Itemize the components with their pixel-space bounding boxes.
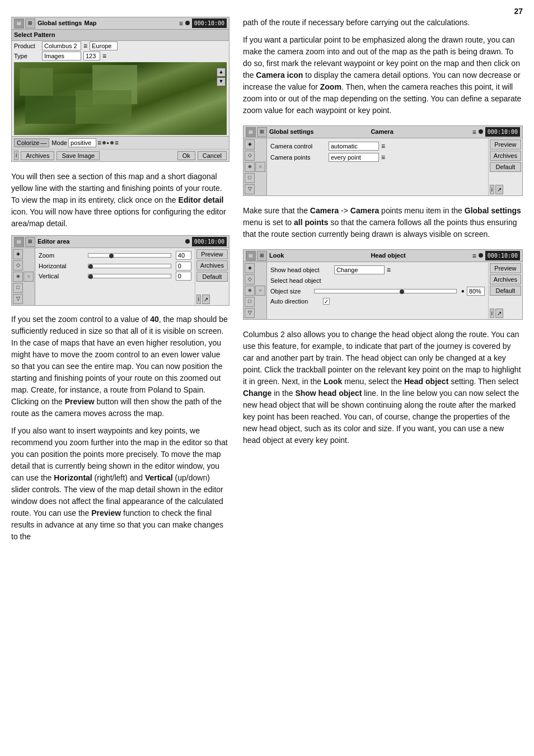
- camera-nav-3[interactable]: ⊕: [245, 162, 255, 172]
- head-object-header: ▤ ⊞ Look Head object ≡ 000:10:00: [243, 250, 522, 262]
- nav-icon-2[interactable]: ⊞: [25, 18, 35, 29]
- editor-header: ▤ ⊞ Editor area 000:10:00: [12, 236, 229, 248]
- archives-button-top[interactable]: Archives: [21, 151, 54, 160]
- camera-preview-btn[interactable]: Preview: [490, 139, 521, 150]
- save-image-button[interactable]: Save Image: [57, 151, 100, 160]
- show-head-hamburger[interactable]: ≡: [387, 265, 391, 275]
- colorize-label: Colorize: [17, 138, 39, 148]
- europe-label: Europe: [90, 41, 118, 50]
- mode-dot2: [110, 141, 114, 144]
- camera-control-row: Camera control automatic ≡: [269, 141, 486, 152]
- camera-arrow-icon[interactable]: ↗: [495, 185, 503, 194]
- type-hamburger[interactable]: ≡: [102, 51, 106, 61]
- editor-nav-3[interactable]: ⊕: [13, 272, 23, 282]
- product-hamburger[interactable]: ≡: [83, 41, 87, 51]
- paragraph-3: If you also want to insert waypoints and…: [11, 425, 229, 543]
- editor-nav-6[interactable]: ▽: [13, 294, 23, 304]
- head-nav-3[interactable]: ⊕: [245, 286, 255, 296]
- head-nav-5[interactable]: □: [245, 297, 255, 307]
- mode-hamburger[interactable]: ≡: [97, 138, 101, 148]
- mode-value[interactable]: positive: [68, 138, 96, 147]
- camera-hamburger[interactable]: ≡: [472, 127, 476, 137]
- type-value[interactable]: Images: [42, 52, 81, 60]
- head-nav-1[interactable]: ◈: [245, 263, 255, 273]
- colorize-control[interactable]: Colorize —: [14, 138, 49, 147]
- camera-control-hamburger[interactable]: ≡: [381, 141, 385, 151]
- show-head-value[interactable]: Change: [334, 265, 385, 274]
- head-nav-2[interactable]: ◇: [245, 274, 255, 284]
- product-label: Product: [14, 41, 40, 51]
- head-bottom-icons: i ↗: [490, 309, 521, 318]
- editor-controls: Zoom 40 Horizontal 0 Vertical 0: [35, 248, 195, 305]
- head-i-icon: i: [490, 309, 494, 318]
- camera-archives-btn[interactable]: Archives: [490, 151, 521, 161]
- camera-points-value[interactable]: every point: [329, 153, 379, 162]
- editor-default-btn[interactable]: Default: [196, 272, 228, 282]
- head-archives-btn[interactable]: Archives: [490, 274, 521, 284]
- camera-bottom-icons: i ↗: [490, 185, 521, 194]
- camera-icon-1[interactable]: ▤: [246, 127, 256, 137]
- head-arrow-icon[interactable]: ↗: [495, 309, 503, 318]
- editor-dot: [185, 237, 190, 246]
- head-icon-1[interactable]: ▤: [246, 251, 256, 261]
- editor-nav-4[interactable]: ○: [24, 272, 34, 282]
- camera-header: ▤ ⊞ Global settings Camera ≡ 000:10:00: [243, 126, 522, 138]
- head-preview-btn[interactable]: Preview: [490, 263, 521, 273]
- horizontal-slider[interactable]: [88, 264, 171, 268]
- editor-sidebar: ◈ ◇ ⊕ ○ □ ▽: [12, 248, 35, 305]
- camera-nav-6[interactable]: ▽: [245, 184, 255, 194]
- hamburger-icon[interactable]: ≡: [179, 18, 183, 29]
- object-size-slider[interactable]: [314, 289, 457, 293]
- head-time: 000:10:00: [485, 251, 520, 260]
- vertical-value[interactable]: 0: [176, 272, 191, 281]
- camera-icon-2[interactable]: ⊞: [257, 127, 267, 137]
- zoom-value[interactable]: 40: [176, 251, 191, 260]
- auto-direction-checkbox[interactable]: ✓: [323, 298, 330, 305]
- head-side-buttons: Preview Archives Default i ↗: [488, 262, 522, 319]
- product-value[interactable]: Columbus 2: [42, 41, 81, 50]
- camera-points-hamburger[interactable]: ≡: [381, 152, 385, 162]
- select-pattern-widget: ▤ ⊞ Global settings Map ≡ 000:10:00 Sele…: [11, 17, 229, 162]
- scroll-up[interactable]: ▲: [217, 68, 226, 77]
- scroll-down[interactable]: ▼: [217, 77, 226, 86]
- head-nav-6[interactable]: ▽: [245, 308, 255, 318]
- camera-points-row: Camera points every point ≡: [269, 152, 486, 163]
- camera-body: ◈ ◇ ⊕ ○ □ ▽ Camera control automatic ≡: [243, 138, 522, 195]
- editor-area-widget: ▤ ⊞ Editor area 000:10:00 ◈ ◇ ⊕ ○ □ ▽: [11, 235, 229, 306]
- object-size-dot: ●: [461, 287, 465, 295]
- paragraph-7: Columbus 2 also allows you to change the…: [243, 329, 523, 446]
- camera-control-value[interactable]: automatic: [329, 142, 379, 151]
- head-icon-2[interactable]: ⊞: [257, 251, 267, 261]
- head-dot: [479, 251, 483, 260]
- object-size-label: Object size: [270, 287, 310, 296]
- camera-nav-2[interactable]: ◇: [245, 151, 255, 161]
- head-default-btn[interactable]: Default: [490, 286, 521, 296]
- vertical-slider[interactable]: [88, 274, 171, 278]
- paragraph-2: If you set the zoom control to a value o…: [11, 314, 229, 419]
- editor-icon-2[interactable]: ⊞: [25, 237, 35, 247]
- zoom-slider[interactable]: [88, 253, 171, 258]
- horizontal-value[interactable]: 0: [176, 262, 191, 270]
- camera-nav-4[interactable]: ○: [255, 162, 265, 172]
- camera-title2: Camera: [371, 127, 470, 137]
- camera-default-btn[interactable]: Default: [490, 162, 521, 172]
- zoom-row: Zoom 40: [38, 250, 193, 261]
- editor-nav-2[interactable]: ◇: [13, 260, 23, 270]
- camera-nav-1[interactable]: ◈: [245, 139, 255, 150]
- map-label: Map: [84, 18, 96, 28]
- camera-nav-5[interactable]: □: [245, 173, 255, 183]
- editor-nav-1[interactable]: ◈: [13, 249, 23, 259]
- camera-global-title: Global settings: [269, 127, 368, 137]
- ok-button-top[interactable]: Ok: [177, 151, 195, 160]
- editor-preview-btn[interactable]: Preview: [196, 249, 228, 259]
- editor-icon-1[interactable]: ▤: [14, 237, 24, 247]
- head-nav-4[interactable]: ○: [255, 286, 265, 296]
- editor-archives-btn[interactable]: Archives: [196, 260, 228, 270]
- nav-icon-1[interactable]: ▤: [14, 18, 24, 29]
- editor-nav-5[interactable]: □: [13, 283, 23, 293]
- cancel-button-top[interactable]: Cancel: [198, 151, 227, 160]
- editor-arrow-icon[interactable]: ↗: [202, 295, 210, 304]
- head-hamburger[interactable]: ≡: [472, 251, 476, 261]
- mode-hamburger2[interactable]: ≡: [115, 138, 119, 148]
- dot-indicator: [185, 18, 190, 28]
